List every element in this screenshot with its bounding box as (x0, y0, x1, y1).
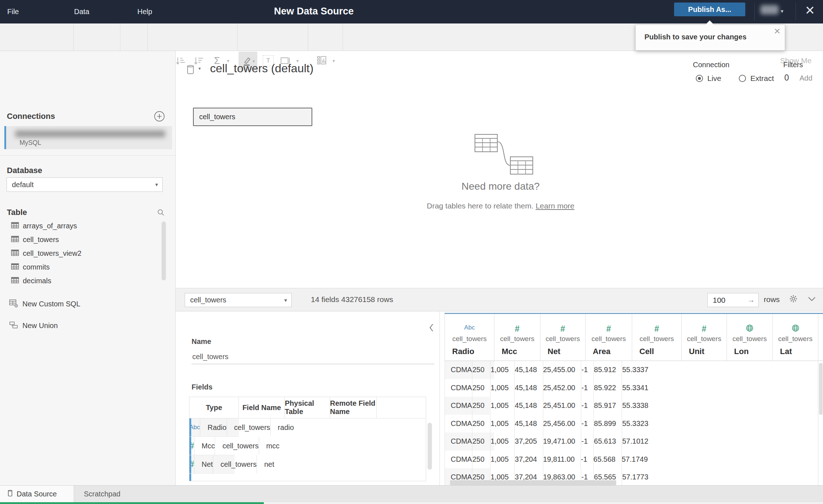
window-title: New Data Source (274, 0, 354, 23)
fields-table-body: Abc Radio cell_towers radio # Mcc cell_t… (189, 418, 426, 474)
cell-lon: 85.912 (593, 361, 622, 379)
connection-item[interactable]: MySQL (4, 126, 172, 149)
radio-selected-icon[interactable] (696, 75, 703, 82)
new-union-label: New Union (22, 322, 58, 330)
add-connection-icon[interactable] (154, 111, 165, 123)
fields-column-header: Remote Field Name (330, 397, 377, 418)
sidebar-table-item[interactable]: cell_towers (0, 233, 46, 246)
menu-item[interactable]: File (7, 8, 57, 16)
sidebar-table-item[interactable]: commits (0, 260, 47, 274)
row-count-field[interactable]: → (707, 293, 759, 307)
column-table-name: cell_towers (540, 335, 585, 343)
search-icon[interactable] (157, 208, 165, 218)
menu-item[interactable]: Help (137, 8, 183, 16)
cell-lat: 57.1012 (622, 432, 654, 451)
remote-field-cell: net (257, 455, 274, 473)
tab-scratchpad[interactable]: Scratchpad (84, 486, 120, 502)
table-icon (11, 236, 19, 244)
column-table-name: cell_towers (632, 335, 681, 343)
grid-column-header[interactable]: cell_towers Lat (772, 314, 818, 361)
cell-lon: 65.568 (593, 451, 621, 469)
sort-ascending-icon[interactable] (175, 55, 186, 66)
canvas-table-node[interactable]: cell_towers (193, 108, 312, 126)
fields-table: TypeField NamePhysical TableRemote Field… (189, 397, 426, 481)
extract-radio[interactable]: Extract (739, 74, 774, 83)
remote-field-cell: radio (271, 418, 294, 436)
database-select[interactable]: default ▾ (7, 177, 163, 192)
cell-radio: CDMA (445, 432, 472, 451)
cell-area: 45,148 (514, 415, 543, 433)
table-list: arrays_of_arrays cell_towers (0, 219, 166, 288)
live-radio[interactable]: Live (696, 74, 721, 83)
cell-cell: 19,811.00 (543, 451, 581, 469)
avatar[interactable] (760, 5, 779, 14)
chevron-down-icon[interactable]: ▾ (333, 58, 335, 64)
field-type-icon: # (702, 324, 707, 333)
learn-more-link[interactable]: Learn more (536, 202, 574, 210)
relate-tables-illustration (470, 133, 557, 178)
cell-net: 1,005 (490, 415, 514, 433)
physical-table-cell: cell_towers (215, 437, 259, 455)
sidebar-scrollbar[interactable] (162, 221, 166, 280)
cell-mcc: 250 (472, 451, 490, 469)
grid-column-header[interactable]: cell_towers Lon (726, 314, 772, 361)
field-type-icon: # (515, 324, 520, 333)
new-union-button[interactable]: New Union (9, 319, 58, 332)
sidebar-table-item[interactable]: arrays_of_arrays (0, 219, 50, 233)
cell-unit: -1 (581, 432, 593, 451)
datasource-icon[interactable] (185, 64, 196, 77)
field-name-cell: Radio (200, 418, 227, 436)
row-count-input[interactable] (712, 296, 746, 305)
apply-arrow-icon[interactable]: → (747, 296, 755, 304)
chevron-down-icon[interactable]: ▾ (781, 0, 784, 23)
chevron-down-icon[interactable]: ▾ (198, 66, 201, 71)
fields-row[interactable]: Abc Radio cell_towers radio (189, 418, 239, 437)
collapse-grid-icon[interactable] (807, 296, 816, 303)
sidebar-table-item[interactable]: decimals (0, 274, 50, 288)
gear-icon[interactable] (789, 294, 798, 305)
fields-row[interactable]: # Net cell_towers net (189, 455, 235, 474)
cell-mcc: 250 (472, 397, 490, 415)
cell-cell: 19,471.00 (543, 432, 581, 451)
table-name: cell_towers_view2 (23, 249, 81, 258)
grid-horizontal-scrollbar[interactable] (450, 480, 616, 485)
sidebar-table-item[interactable]: cell_towers_view2 (0, 246, 45, 260)
show-cards-icon[interactable] (316, 55, 327, 66)
grid-table-select[interactable]: cell_towers ▾ (185, 293, 292, 307)
grid-column-header[interactable]: Abc cell_towers Radio (445, 314, 494, 361)
table-row: CDMA 250 1,005 37,204 19,811.00 -1 65.56… (445, 451, 490, 469)
grid-column-header[interactable]: # cell_towers Net (540, 314, 585, 361)
datasource-name-input[interactable] (192, 351, 434, 364)
cell-mcc: 250 (472, 432, 490, 451)
menu-item[interactable]: Data (74, 8, 120, 16)
divider (796, 3, 796, 20)
tooltip-close-icon[interactable]: × (774, 25, 780, 37)
fields-scrollbar[interactable] (428, 423, 432, 470)
grid-column-header[interactable]: # cell_towers Unit (681, 314, 726, 361)
grid-column-header[interactable]: # cell_towers Mcc (494, 314, 540, 361)
table-row: CDMA 250 1,005 45,148 25,456.00 -1 85.89… (445, 415, 491, 433)
menu-bar: FileDataHelp (7, 0, 183, 23)
tab-data-source[interactable]: Data Source (0, 486, 74, 502)
table-name: commits (23, 263, 50, 271)
new-custom-sql-button[interactable]: New Custom SQL (9, 297, 80, 311)
chevron-down-icon: ▾ (155, 181, 158, 188)
empty-state-text: Drag tables here to relate them. (427, 202, 536, 210)
table-row: CDMA 250 1,005 37,205 19,471.00 -1 65.61… (445, 432, 494, 451)
grid-column-header[interactable]: # cell_towers Area (585, 314, 632, 361)
field-type-icon: Abc (464, 324, 475, 331)
fields-row-partial (189, 474, 426, 481)
table-row: CDMA 250 1,005 45,148 25,455.00 -1 85.91… (445, 361, 494, 379)
divider (73, 23, 74, 51)
column-field-name: Radio (452, 347, 474, 356)
divider (343, 23, 343, 51)
grid-column-header[interactable]: # cell_towers Cell (632, 314, 681, 361)
close-icon[interactable]: × (805, 0, 815, 22)
publish-as-button[interactable]: Publish As... (674, 3, 745, 16)
fields-row[interactable]: # Mcc cell_towers mcc (189, 437, 235, 455)
radio-unselected-icon[interactable] (739, 75, 746, 82)
grid-vertical-scrollbar[interactable] (819, 363, 823, 415)
title-bar: FileDataHelp New Data Source Publish As.… (0, 0, 823, 23)
filters-add-button[interactable]: Add (800, 74, 813, 82)
collapse-panel-icon[interactable] (428, 323, 434, 334)
